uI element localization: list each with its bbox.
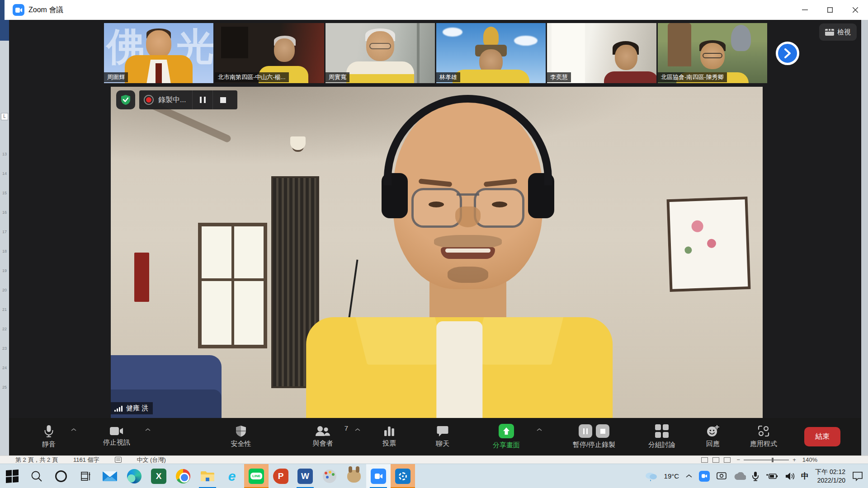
edge-browser-icon[interactable] [122, 464, 146, 488]
zoom-out-icon[interactable]: − [737, 456, 741, 463]
chat-label: 聊天 [436, 440, 449, 448]
minimize-button[interactable] [792, 0, 817, 20]
chevron-up-icon[interactable] [354, 428, 361, 432]
cloud [443, 28, 462, 37]
powerpoint-app-icon[interactable]: P [269, 464, 293, 488]
mail-app-icon[interactable] [98, 464, 122, 488]
ruler-number: 23 [2, 346, 7, 351]
paint-logo [323, 469, 336, 483]
active-speaker-video: 健雍 洪 [111, 87, 763, 418]
onedrive-tray-icon[interactable] [733, 472, 746, 480]
battery-tray-icon[interactable] [765, 472, 778, 480]
language-indicator[interactable]: 中文 (台灣) [137, 456, 166, 464]
pause-stop-recording-button[interactable]: 暫停/停止錄製 [554, 418, 634, 455]
participants-button[interactable]: 7 與會者 [294, 418, 352, 455]
recording-indicator-bar: 錄製中... [116, 90, 237, 109]
participant-name-label: 北區協會-南四區-陳秀卿 [658, 72, 727, 82]
nose [455, 206, 481, 227]
emule-logo [347, 470, 361, 483]
close-button[interactable] [843, 0, 868, 20]
start-button[interactable] [0, 464, 24, 488]
zoom-tray-icon[interactable] [699, 471, 710, 482]
line-app-icon[interactable]: LINE [244, 464, 269, 488]
word-app-icon[interactable]: W [293, 464, 317, 488]
internet-explorer-icon[interactable]: e [220, 464, 244, 488]
ruler-number: 15 [2, 191, 7, 195]
emule-app-icon[interactable] [342, 464, 366, 488]
file-explorer-icon[interactable] [195, 464, 220, 488]
chevron-up-icon[interactable] [536, 428, 542, 432]
zoom-slider[interactable]: − + [737, 456, 796, 463]
ruler-number: 25 [2, 385, 7, 389]
word-count[interactable]: 1161 個字 [73, 456, 99, 464]
share-screen-button[interactable]: 分享畫面 [478, 418, 534, 455]
glasses-lens [411, 188, 462, 228]
maximize-button[interactable] [817, 0, 843, 20]
cloud [514, 36, 538, 46]
word-scrollbar-edge [861, 20, 868, 455]
participant-filmstrip: 佛 光 周圍輝 北市南第四區-中山六-楊... 周實寬 林孝雄 [104, 23, 769, 83]
participant-figure [615, 45, 637, 70]
zoom-app-taskbar-icon[interactable] [366, 464, 391, 488]
excel-app-icon[interactable]: X [146, 464, 171, 488]
word-logo: W [297, 469, 313, 484]
stop-recording-button[interactable] [213, 90, 233, 109]
end-meeting-button[interactable]: 結束 [804, 427, 840, 446]
mute-button[interactable]: 靜音 [27, 418, 71, 455]
participant-figure [369, 43, 391, 49]
ime-language-indicator[interactable]: 中 [801, 471, 809, 481]
participant-thumbnail[interactable]: 北市南第四區-中山六-楊... [215, 23, 324, 83]
security-shield-badge[interactable] [116, 90, 135, 109]
buddha-statue [731, 25, 751, 51]
chrome-browser-icon[interactable] [171, 464, 195, 488]
cortana-button[interactable] [49, 464, 73, 488]
ruler-number: 14 [2, 171, 7, 176]
chat-button[interactable]: 聊天 [422, 418, 463, 455]
pause-recording-button[interactable] [193, 90, 212, 109]
microphone-tray-icon[interactable] [752, 471, 759, 481]
polls-button[interactable]: 投票 [369, 418, 410, 455]
weather-icon[interactable] [644, 471, 658, 482]
security-button[interactable]: 安全性 [216, 418, 266, 455]
zoom-window-titlebar: Zoom 會議 [0, 0, 868, 20]
zoom-percentage[interactable]: 140% [802, 456, 817, 463]
apps-button[interactable]: 應用程式 [739, 418, 788, 455]
zoom-slider-knob[interactable] [772, 458, 774, 462]
stop-video-button[interactable]: 停止視訊 [90, 418, 144, 455]
view-mode-buttons[interactable] [701, 457, 731, 463]
clock-date: 2022/1/20 [815, 476, 845, 485]
participant-thumbnail[interactable]: 周實寬 [326, 23, 435, 83]
participant-figure [274, 38, 295, 62]
participant-thumbnail[interactable]: 北區協會-南四區-陳秀卿 [658, 23, 767, 83]
zoom-in-icon[interactable]: + [793, 456, 796, 463]
action-center-icon[interactable] [852, 471, 863, 482]
search-button[interactable] [24, 464, 49, 488]
chevron-up-icon[interactable] [71, 428, 77, 432]
pause-stop-recording-label: 暫停/停止錄製 [573, 441, 615, 449]
proofing-icon[interactable] [115, 457, 122, 463]
breakout-rooms-button[interactable]: 分組討論 [637, 418, 687, 455]
volume-tray-icon[interactable] [785, 472, 795, 481]
filmstrip-next-page-button[interactable] [776, 42, 799, 65]
tray-expand-chevron-icon[interactable] [685, 474, 693, 478]
reactions-button[interactable]: 回應 [693, 418, 733, 455]
taskbar-clock[interactable]: 下午 02:12 2022/1/20 [815, 468, 845, 485]
ruler-number: 20 [2, 288, 7, 292]
participant-thumbnail[interactable]: 林孝雄 [436, 23, 546, 83]
temperature-readout[interactable]: 19°C [664, 472, 679, 480]
paint-app-icon[interactable] [317, 464, 342, 488]
windows-taskbar: X e LINE P W 19°C 中 下午 02:12 2022/1/20 [0, 464, 868, 488]
recorder-app-icon[interactable] [391, 464, 415, 488]
view-button[interactable]: 檢視 [819, 23, 857, 41]
display-capture-tray-icon[interactable] [716, 472, 727, 481]
security-label: 安全性 [231, 440, 251, 448]
page-indicator[interactable]: 第 2 頁，共 2 頁 [15, 456, 58, 464]
participant-thumbnail[interactable]: 佛 光 周圍輝 [104, 23, 213, 83]
participant-thumbnail[interactable]: 李奕慧 [547, 23, 656, 83]
shirt-collar [472, 317, 563, 365]
chevron-up-icon[interactable] [145, 428, 151, 432]
flower-art [707, 239, 717, 248]
zoom-slider-track[interactable] [744, 460, 789, 460]
participant-figure [346, 74, 414, 83]
task-view-button[interactable] [73, 464, 98, 488]
